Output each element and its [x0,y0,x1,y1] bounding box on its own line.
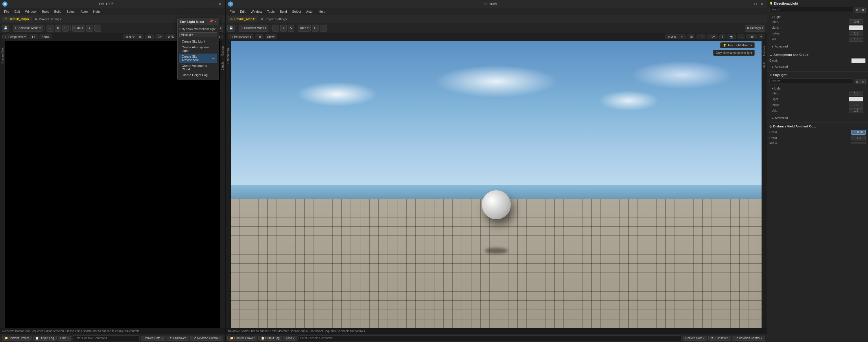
left-content-drawer[interactable]: 📁 Content Drawer [2,336,32,341]
cloud-color-value[interactable] [851,58,866,63]
env-create-atm-light-left[interactable]: Create Atmospheric Light [179,44,217,54]
outliner-tab-right[interactable]: Outliner [762,44,767,58]
sky-light-settings-view[interactable]: ⚙ [861,79,866,84]
menu-select-left[interactable]: Select [64,9,78,14]
atm-advanced-subsection[interactable]: ▶ Advanced [769,64,866,69]
menu-help-right[interactable]: Help [316,9,328,14]
menu-edit-right[interactable]: Edit [238,9,248,14]
menu-tools-right[interactable]: Tools [265,9,277,14]
menu-file-right[interactable]: File [227,9,237,14]
details-tab-left[interactable]: Details [220,59,225,73]
right-cmd-btn[interactable]: Cmd ▾ [283,336,297,341]
df-occlu1-value[interactable]: 1000.0 [851,130,866,135]
left-project-settings[interactable]: ⚙ Project Settings [35,17,61,21]
left-close-button[interactable]: × [218,1,223,7]
left-more-button[interactable]: ⋮ [94,25,101,32]
right-revision-control[interactable]: ⎇ Revision Control ▾ [732,336,765,341]
right-transform1[interactable]: ↔ [272,25,279,32]
right-content-drawer[interactable]: 📁 Content Drawer [227,336,257,341]
dir-indirect-value[interactable]: 1.0 [849,31,863,36]
dir-light-color-value[interactable] [849,25,863,30]
left-project-tag[interactable]: ⚠ Default_Map★ [2,17,32,22]
right-save-button[interactable]: 💾 [227,25,235,32]
sky-light-header[interactable]: ☀ SkyLight [769,73,866,77]
left-revision-control[interactable]: ⎇ Revision Control ▾ [190,336,223,341]
right-maximize-vp[interactable]: ⛶ [737,34,745,39]
menu-window-left[interactable]: Window [23,9,39,14]
right-more-button[interactable]: ⋮ [320,25,327,32]
distance-field-header[interactable]: ◎ Distance Field Ambient Oc... [769,124,866,128]
left-transform2[interactable]: ↻ [55,25,61,32]
right-grid-size[interactable]: 10 [687,34,695,39]
right-lit-btn[interactable]: Lit [255,34,264,39]
menu-window-right[interactable]: Window [248,9,265,14]
right-anim-button[interactable]: ⏵ [312,25,319,32]
left-anim-button[interactable]: ⏵ [86,25,93,32]
left-angle[interactable]: 10° [155,34,164,39]
left-grid-size[interactable]: 10 [145,34,154,39]
left-minimize-button[interactable]: – [205,1,210,7]
left-viewport[interactable] [5,41,220,328]
df-occlu2-value[interactable]: 1.0 [851,136,866,140]
env-create-sky-light-left[interactable]: Create Sky Light [179,41,217,44]
right-show-btn[interactable]: Show [265,34,277,39]
right-dmx-button[interactable]: DMX ▾ [298,25,311,32]
dir-light-search[interactable] [769,7,854,12]
right-console-input[interactable] [298,335,682,341]
sky-light-search[interactable] [769,79,854,83]
sky-indirect-value[interactable]: 1.0 [849,103,863,108]
right-rot-arrow[interactable]: ▾ [758,34,765,39]
dir-intensity-value[interactable]: 10.0 [849,20,863,24]
menu-edit-left[interactable]: Edit [12,9,22,14]
right-close-button[interactable]: × [759,1,765,7]
left-derived-data[interactable]: Derived Data ▾ [141,336,165,341]
right-output-log[interactable]: 📋 Output Log [258,336,282,341]
left-mode-button[interactable]: ⬡ Selection Mode ▾ [13,25,43,32]
left-save-button[interactable]: 💾 [2,25,9,32]
sky-advanced-subsection[interactable]: ▶ Advanced [769,115,866,121]
menu-file-left[interactable]: File [2,9,11,14]
env-mixer-close-right[interactable]: × [750,44,752,47]
atm-cloud-header[interactable]: ☁ Atmosphere and Cloud [769,53,866,56]
df-mino-value[interactable] [851,142,866,144]
right-settings-button[interactable]: ⚙ Settings ▾ [745,25,765,32]
right-minimize-button[interactable]: – [746,1,752,7]
sky-volu-value[interactable]: 1.0 [849,108,863,113]
env-create-height-fog-left[interactable]: Create Height Fog [179,72,217,78]
menu-actor-right[interactable]: Actor [304,9,316,14]
dir-volu-value[interactable]: 1.0 [849,37,863,42]
sky-intensity-value[interactable]: 1.0 [849,91,863,96]
dir-light-grid-view[interactable]: ⊞ [855,7,860,13]
right-project-tag[interactable]: ⚠ Default_Map★ [228,17,257,22]
dir-advanced-subsection[interactable]: ▶ Advanced [769,44,866,49]
dir-light-settings-view[interactable]: ⚙ [861,7,866,13]
left-dmx-button[interactable]: DMX ▾ [72,25,85,32]
right-perspective-btn[interactable]: ⬡ Perspective ▾ [228,34,254,39]
left-scale[interactable]: 0.25 [165,34,176,39]
left-show-btn[interactable]: Show [39,34,52,39]
left-lit-btn[interactable]: Lit [30,34,38,39]
env-create-vol-cloud-left[interactable]: Create Volumetric Cloud [179,63,217,72]
left-transform3[interactable]: ⤡ [62,25,68,32]
right-transform2[interactable]: ↻ [280,25,287,32]
right-camera-btn[interactable]: 📷 [727,34,736,39]
right-project-settings[interactable]: ⚙ Project Settings [260,17,287,21]
right-vp-icons[interactable]: ⊕ ↺ ⚙ ☰ ⊞ [665,34,686,39]
menu-build-right[interactable]: Build [278,9,289,14]
right-transform3[interactable]: ⤡ [288,25,294,32]
right-angle[interactable]: 10° [696,34,706,39]
menu-actor-left[interactable]: Actor [79,9,91,14]
left-output-log[interactable]: 📋 Output Log [33,336,56,341]
menu-help-left[interactable]: Help [91,9,102,14]
right-mode-button[interactable]: ⬡ Selection Mode ▾ [239,25,269,32]
sky-light-color-value[interactable] [849,97,863,102]
left-cmd-btn[interactable]: Cmd ▾ [58,336,71,341]
right-level[interactable]: 1 [719,34,726,39]
left-perspective-btn[interactable]: ⬡ Perspective ▾ [2,34,28,39]
right-scale[interactable]: 0.25 [707,34,718,39]
left-vp-icons[interactable]: ⊕ ↺ ⚙ ☰ ⊞ [124,34,144,39]
left-maximize-button[interactable]: □ [211,1,216,7]
menu-tools-left[interactable]: Tools [39,9,52,14]
menu-select-right[interactable]: Select [290,9,303,14]
left-unsaved[interactable]: ⚑ 1 Unsaved [166,336,189,341]
